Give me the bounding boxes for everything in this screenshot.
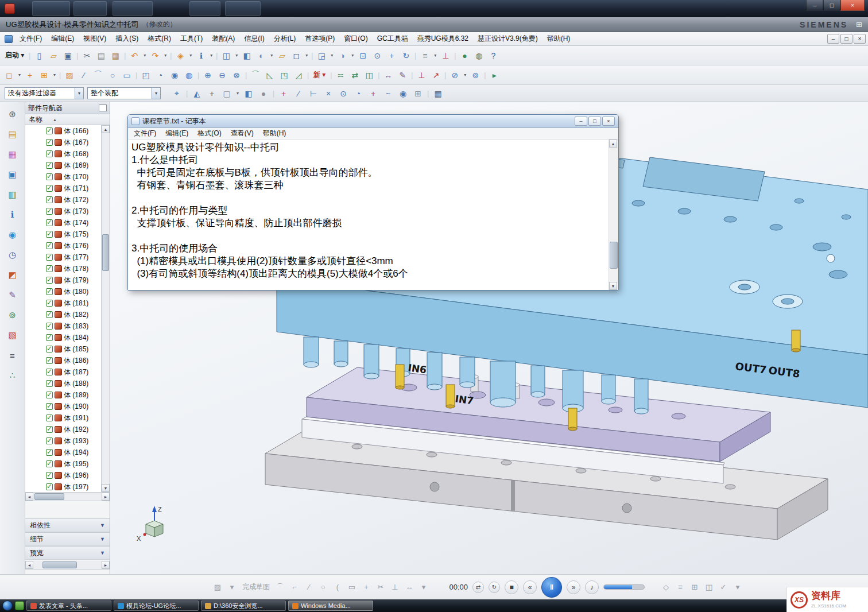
taskbar-button-toutiao[interactable]: 发表文章 - 头条...	[26, 601, 111, 611]
toolbar-separator[interactable]: |	[28, 48, 32, 63]
general-caret[interactable]: ▾	[235, 86, 241, 101]
visibility-checkbox[interactable]	[46, 139, 53, 146]
visibility-checkbox[interactable]	[46, 357, 53, 364]
undo-caret[interactable]: ▾	[142, 48, 148, 63]
circle-icon[interactable]: ○	[317, 581, 330, 594]
previous-button[interactable]: «	[523, 580, 537, 594]
sketch-caret[interactable]: ▾	[226, 581, 238, 594]
move-component-icon[interactable]: ⇄	[348, 68, 362, 83]
orient-caret[interactable]: ▾	[329, 48, 335, 63]
scroll-left-arrow[interactable]	[25, 493, 33, 501]
scroll-down-arrow[interactable]	[102, 484, 110, 492]
face-filter-icon[interactable]: ●	[257, 86, 270, 101]
vector-icon[interactable]: ↗	[429, 68, 443, 83]
tree-row[interactable]: 体 (167)	[25, 137, 101, 148]
toolbar-separator[interactable]: |	[244, 68, 248, 83]
menu-item[interactable]: 视图(V)	[79, 32, 111, 45]
menu-item[interactable]: GC工具箱	[373, 32, 413, 45]
snap-toggle-icon[interactable]: ⌖	[170, 86, 184, 101]
scrollbar-thumb[interactable]	[34, 493, 64, 500]
tree-row[interactable]: 体 (181)	[25, 297, 101, 309]
visibility-checkbox[interactable]	[46, 346, 53, 353]
open-icon[interactable]: ▱	[46, 48, 60, 63]
repeat-button[interactable]: ↻	[489, 582, 500, 593]
pinned-app-icon[interactable]	[15, 601, 24, 610]
point-icon[interactable]: +	[360, 581, 373, 594]
window-maximize-button[interactable]: □	[823, 0, 840, 11]
unite-icon[interactable]: ⊕	[201, 68, 215, 83]
menu-item[interactable]: 文件(F)	[15, 32, 46, 45]
visibility-checkbox[interactable]	[46, 403, 53, 410]
show-caret[interactable]: ▾	[269, 48, 274, 63]
menu-item[interactable]: 分析(L)	[269, 32, 301, 45]
shell-icon[interactable]: ◳	[277, 68, 291, 83]
roles-gear-icon[interactable]: ⊛	[5, 107, 20, 122]
sketch-in-task-icon[interactable]: ▨	[211, 581, 224, 594]
visibility-checkbox[interactable]	[46, 231, 53, 238]
toolbar-separator[interactable]: |	[426, 86, 430, 101]
part-info-icon[interactable]: ℹ	[194, 48, 208, 63]
notepad-text-area[interactable]: UG塑胶模具设计零件知识--中托司1.什么是中托司 中托司是固定在底板与B板，供…	[128, 140, 609, 290]
play-icon[interactable]: ▸	[487, 68, 501, 83]
visibility-checkbox[interactable]	[46, 242, 53, 249]
tree-row[interactable]: 体 (177)	[25, 251, 101, 263]
revolve-icon[interactable]: ◔	[153, 68, 167, 83]
annotation-icon[interactable]: ✎	[396, 68, 409, 83]
edit-section-icon[interactable]: ⊚	[468, 68, 482, 83]
lasso-icon[interactable]: ▢	[220, 86, 234, 101]
notepad-minimize-button[interactable]: –	[575, 117, 587, 126]
scroll-up-arrow[interactable]	[609, 140, 617, 148]
hd3d-tools-icon[interactable]: ℹ	[5, 207, 20, 222]
datum-csys-icon[interactable]: ⊥	[414, 68, 428, 83]
toolbar-separator[interactable]: |	[453, 48, 457, 63]
ok-icon[interactable]: ✓	[717, 581, 730, 594]
intersection-icon[interactable]: ×	[321, 86, 335, 101]
child-minimize-button[interactable]: –	[827, 34, 839, 44]
tree-row[interactable]: 体 (168)	[25, 148, 101, 160]
tree-row[interactable]: 体 (174)	[25, 217, 101, 228]
tree-row[interactable]: 体 (180)	[25, 286, 101, 297]
tree-row[interactable]: 体 (188)	[25, 378, 101, 389]
part-navigator-icon[interactable]: ▣	[5, 167, 20, 182]
layer-caret[interactable]: ▾	[432, 48, 438, 63]
web-browser-icon[interactable]: ◉	[5, 227, 20, 242]
visibility-checkbox[interactable]	[46, 483, 53, 490]
highlight-icon[interactable]: ◭	[190, 86, 204, 101]
render-caret[interactable]: ▾	[350, 48, 355, 63]
toolbar-separator[interactable]: |	[272, 86, 276, 101]
rectangle-icon[interactable]: ▭	[346, 581, 358, 594]
scroll-down-arrow[interactable]	[609, 282, 617, 290]
copy-icon[interactable]: ▤	[94, 48, 108, 63]
line-icon[interactable]: ∕	[77, 68, 91, 83]
intersect-icon[interactable]: ⊗	[230, 68, 243, 83]
point-on-face-icon[interactable]: ◉	[396, 86, 410, 101]
window-close-button[interactable]: ×	[840, 0, 865, 11]
new-window-icon[interactable]: ◻	[289, 48, 303, 63]
toolbar-separator[interactable]: |	[196, 68, 200, 83]
shuffle-button[interactable]: ⇄	[472, 582, 484, 593]
boss-icon[interactable]: ◍	[182, 68, 196, 83]
section-caret[interactable]: ▾	[462, 68, 468, 83]
zoom-icon[interactable]: ⊙	[370, 48, 384, 63]
visibility-checkbox[interactable]	[46, 472, 53, 479]
notepad-menu-item[interactable]: 查看(V)	[226, 129, 258, 138]
orient-view-icon[interactable]: ◲	[315, 48, 328, 63]
sketch-icon[interactable]: ▨	[63, 68, 76, 83]
visibility-checkbox[interactable]	[46, 449, 53, 456]
navigator-section[interactable]: 相依性	[25, 518, 110, 532]
toolbar-separator[interactable]: |	[310, 48, 314, 63]
roles-panel-icon[interactable]: ▧	[5, 328, 20, 343]
toolbar-separator[interactable]: |	[75, 48, 79, 63]
visibility-checkbox[interactable]	[46, 150, 53, 157]
tree-row[interactable]: 体 (170)	[25, 171, 101, 183]
grid-snap-icon[interactable]: ⊞	[411, 86, 425, 101]
circle-icon[interactable]: ○	[106, 68, 119, 83]
name-column-header[interactable]: 名称	[25, 114, 110, 125]
move-icon[interactable]: +	[205, 86, 219, 101]
menu-item[interactable]: 帮助(H)	[542, 32, 575, 45]
panel-float-button[interactable]	[99, 104, 107, 111]
assembly-navigator-icon[interactable]: ▤	[5, 127, 20, 142]
visibility-checkbox[interactable]	[46, 162, 53, 169]
undo-icon[interactable]: ↶	[127, 48, 141, 63]
rotate-view-icon[interactable]: ↻	[399, 48, 413, 63]
